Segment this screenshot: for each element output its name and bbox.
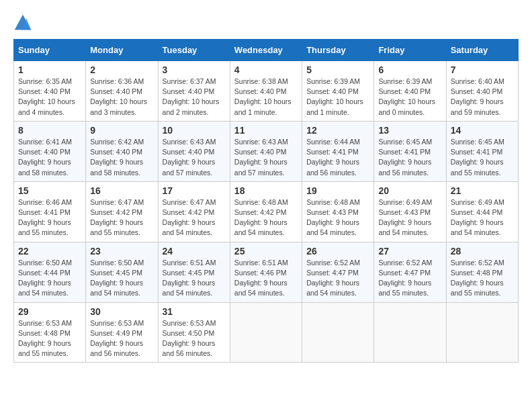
table-row: 21 Sunrise: 6:49 AM Sunset: 4:44 PM Dayl… [446, 181, 518, 242]
table-row: 15 Sunrise: 6:46 AM Sunset: 4:41 PM Dayl… [14, 181, 86, 242]
week-row-1: 1 Sunrise: 6:35 AM Sunset: 4:40 PM Dayli… [14, 61, 519, 122]
day-info: Sunrise: 6:47 AM Sunset: 4:42 PM Dayligh… [90, 197, 153, 238]
col-tuesday: Tuesday [158, 40, 230, 61]
day-info: Sunrise: 6:51 AM Sunset: 4:45 PM Dayligh… [163, 258, 226, 299]
day-info: Sunrise: 6:45 AM Sunset: 4:41 PM Dayligh… [451, 137, 514, 178]
table-row: 27 Sunrise: 6:52 AM Sunset: 4:47 PM Dayl… [374, 242, 446, 302]
day-info: Sunrise: 6:42 AM Sunset: 4:40 PM Dayligh… [90, 137, 153, 178]
table-row: 20 Sunrise: 6:49 AM Sunset: 4:43 PM Dayl… [374, 181, 446, 242]
table-row: 28 Sunrise: 6:52 AM Sunset: 4:48 PM Dayl… [446, 242, 518, 302]
day-info: Sunrise: 6:48 AM Sunset: 4:42 PM Dayligh… [234, 197, 298, 238]
table-row: 13 Sunrise: 6:45 AM Sunset: 4:41 PM Dayl… [374, 121, 446, 181]
table-row: 6 Sunrise: 6:39 AM Sunset: 4:40 PM Dayli… [374, 61, 446, 122]
logo-icon [13, 13, 32, 32]
table-row: 11 Sunrise: 6:43 AM Sunset: 4:40 PM Dayl… [230, 121, 302, 181]
day-number: 27 [378, 246, 441, 257]
table-row: 5 Sunrise: 6:39 AM Sunset: 4:40 PM Dayli… [302, 61, 374, 122]
day-number: 19 [306, 185, 369, 196]
col-sunday: Sunday [14, 40, 86, 61]
table-row: 9 Sunrise: 6:42 AM Sunset: 4:40 PM Dayli… [86, 121, 158, 181]
day-number: 5 [306, 64, 369, 75]
day-info: Sunrise: 6:47 AM Sunset: 4:42 PM Dayligh… [163, 197, 226, 238]
day-info: Sunrise: 6:52 AM Sunset: 4:48 PM Dayligh… [451, 258, 514, 299]
col-thursday: Thursday [302, 40, 374, 61]
table-row [374, 302, 446, 363]
day-number: 3 [163, 64, 226, 75]
day-info: Sunrise: 6:45 AM Sunset: 4:41 PM Dayligh… [378, 137, 441, 178]
table-row: 3 Sunrise: 6:37 AM Sunset: 4:40 PM Dayli… [158, 61, 230, 122]
table-row: 2 Sunrise: 6:36 AM Sunset: 4:40 PM Dayli… [86, 61, 158, 122]
day-number: 31 [163, 306, 226, 317]
day-number: 15 [18, 185, 81, 196]
day-info: Sunrise: 6:40 AM Sunset: 4:40 PM Dayligh… [451, 77, 514, 118]
table-row: 31 Sunrise: 6:53 AM Sunset: 4:50 PM Dayl… [158, 302, 230, 363]
day-info: Sunrise: 6:49 AM Sunset: 4:44 PM Dayligh… [451, 197, 514, 238]
day-number: 29 [18, 306, 81, 317]
col-wednesday: Wednesday [230, 40, 302, 61]
day-info: Sunrise: 6:36 AM Sunset: 4:40 PM Dayligh… [90, 77, 153, 118]
table-row: 29 Sunrise: 6:53 AM Sunset: 4:48 PM Dayl… [14, 302, 86, 363]
table-row: 12 Sunrise: 6:44 AM Sunset: 4:41 PM Dayl… [302, 121, 374, 181]
day-number: 14 [451, 125, 514, 136]
day-info: Sunrise: 6:50 AM Sunset: 4:44 PM Dayligh… [18, 258, 81, 299]
calendar-table: Sunday Monday Tuesday Wednesday Thursday… [13, 39, 519, 363]
table-row: 10 Sunrise: 6:43 AM Sunset: 4:40 PM Dayl… [158, 121, 230, 181]
day-number: 22 [18, 246, 81, 257]
day-info: Sunrise: 6:43 AM Sunset: 4:40 PM Dayligh… [163, 137, 226, 178]
day-info: Sunrise: 6:53 AM Sunset: 4:48 PM Dayligh… [18, 318, 81, 359]
logo [13, 13, 35, 32]
day-number: 21 [451, 185, 514, 196]
week-row-4: 22 Sunrise: 6:50 AM Sunset: 4:44 PM Dayl… [14, 242, 519, 302]
table-row [230, 302, 302, 363]
day-number: 26 [306, 246, 369, 257]
header [13, 13, 519, 32]
day-number: 24 [163, 246, 226, 257]
table-row: 16 Sunrise: 6:47 AM Sunset: 4:42 PM Dayl… [86, 181, 158, 242]
col-friday: Friday [374, 40, 446, 61]
day-info: Sunrise: 6:50 AM Sunset: 4:45 PM Dayligh… [90, 258, 153, 299]
day-number: 2 [90, 64, 153, 75]
table-row: 24 Sunrise: 6:51 AM Sunset: 4:45 PM Dayl… [158, 242, 230, 302]
day-info: Sunrise: 6:53 AM Sunset: 4:50 PM Dayligh… [163, 318, 226, 359]
day-info: Sunrise: 6:52 AM Sunset: 4:47 PM Dayligh… [378, 258, 441, 299]
table-row: 19 Sunrise: 6:48 AM Sunset: 4:43 PM Dayl… [302, 181, 374, 242]
table-row: 17 Sunrise: 6:47 AM Sunset: 4:42 PM Dayl… [158, 181, 230, 242]
day-info: Sunrise: 6:35 AM Sunset: 4:40 PM Dayligh… [18, 77, 81, 118]
day-info: Sunrise: 6:38 AM Sunset: 4:40 PM Dayligh… [234, 77, 298, 118]
table-row: 25 Sunrise: 6:51 AM Sunset: 4:46 PM Dayl… [230, 242, 302, 302]
day-number: 23 [90, 246, 153, 257]
day-info: Sunrise: 6:46 AM Sunset: 4:41 PM Dayligh… [18, 197, 81, 238]
week-row-3: 15 Sunrise: 6:46 AM Sunset: 4:41 PM Dayl… [14, 181, 519, 242]
day-number: 4 [234, 64, 298, 75]
day-info: Sunrise: 6:44 AM Sunset: 4:41 PM Dayligh… [306, 137, 369, 178]
table-row: 14 Sunrise: 6:45 AM Sunset: 4:41 PM Dayl… [446, 121, 518, 181]
day-number: 16 [90, 185, 153, 196]
day-number: 9 [90, 125, 153, 136]
day-info: Sunrise: 6:52 AM Sunset: 4:47 PM Dayligh… [306, 258, 369, 299]
table-row [302, 302, 374, 363]
day-number: 17 [163, 185, 226, 196]
col-monday: Monday [86, 40, 158, 61]
page-container: Sunday Monday Tuesday Wednesday Thursday… [13, 13, 519, 363]
day-number: 11 [234, 125, 298, 136]
day-info: Sunrise: 6:37 AM Sunset: 4:40 PM Dayligh… [163, 77, 226, 118]
week-row-2: 8 Sunrise: 6:41 AM Sunset: 4:40 PM Dayli… [14, 121, 519, 181]
day-number: 28 [451, 246, 514, 257]
day-number: 25 [234, 246, 298, 257]
table-row: 4 Sunrise: 6:38 AM Sunset: 4:40 PM Dayli… [230, 61, 302, 122]
day-info: Sunrise: 6:51 AM Sunset: 4:46 PM Dayligh… [234, 258, 298, 299]
day-number: 1 [18, 64, 81, 75]
day-info: Sunrise: 6:48 AM Sunset: 4:43 PM Dayligh… [306, 197, 369, 238]
day-number: 12 [306, 125, 369, 136]
table-row: 1 Sunrise: 6:35 AM Sunset: 4:40 PM Dayli… [14, 61, 86, 122]
table-row: 22 Sunrise: 6:50 AM Sunset: 4:44 PM Dayl… [14, 242, 86, 302]
day-info: Sunrise: 6:43 AM Sunset: 4:40 PM Dayligh… [234, 137, 298, 178]
day-number: 6 [378, 64, 441, 75]
table-row [446, 302, 518, 363]
day-info: Sunrise: 6:39 AM Sunset: 4:40 PM Dayligh… [378, 77, 441, 118]
table-row: 23 Sunrise: 6:50 AM Sunset: 4:45 PM Dayl… [86, 242, 158, 302]
calendar-header-row: Sunday Monday Tuesday Wednesday Thursday… [14, 40, 519, 61]
day-number: 10 [163, 125, 226, 136]
day-number: 13 [378, 125, 441, 136]
day-number: 7 [451, 64, 514, 75]
